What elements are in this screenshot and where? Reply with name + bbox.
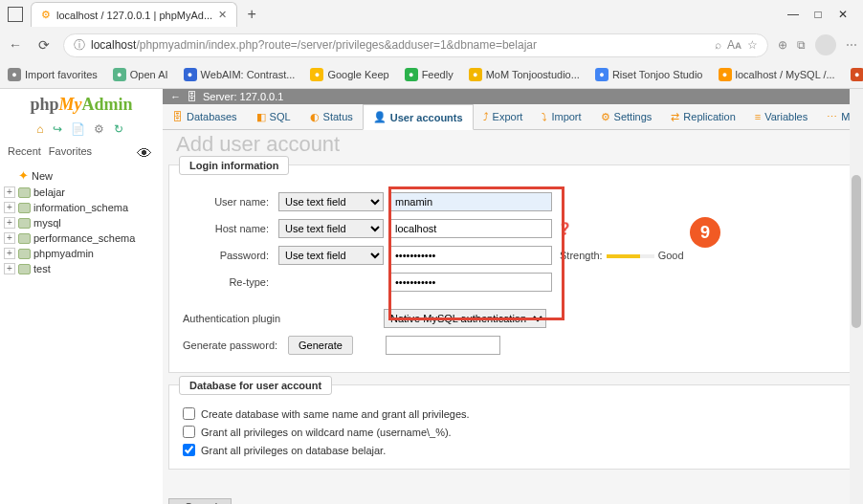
tab-title: localhost / 127.0.0.1 | phpMyAd... xyxy=(56,10,212,21)
docs-icon[interactable]: 📄 xyxy=(71,122,88,136)
bookmark-icon: ● xyxy=(310,68,323,81)
top-tab-import[interactable]: ⤵Import xyxy=(532,104,590,129)
scrollbar[interactable] xyxy=(850,89,863,504)
generated-password-input[interactable] xyxy=(386,336,500,355)
recent-tab[interactable]: Recent xyxy=(8,145,41,157)
nav-back[interactable]: ← xyxy=(6,37,25,53)
addr-reading-icon[interactable]: Aᴀ xyxy=(727,38,741,52)
generate-button[interactable]: Generate xyxy=(288,336,353,355)
username-input[interactable] xyxy=(389,192,552,211)
tab-icon: ⋯ xyxy=(827,111,837,123)
home-icon[interactable]: ⌂ xyxy=(36,122,46,136)
db-option-checkbox[interactable] xyxy=(183,426,195,438)
bookmark-icon: ● xyxy=(719,68,732,81)
bookmark-item[interactable]: ●WebAIM: Contrast... xyxy=(184,68,296,81)
window-maximize[interactable]: □ xyxy=(811,8,825,21)
tree-expand-icon[interactable]: + xyxy=(4,232,15,244)
address-bar[interactable]: ⓘ localhost/phpmyadmin/index.php?route=/… xyxy=(63,33,768,57)
collections-icon[interactable]: ⧉ xyxy=(797,38,806,52)
step-callout: 9 xyxy=(690,217,720,248)
bookmark-item[interactable]: ●Open AI xyxy=(113,68,168,81)
tab-icon: ≡ xyxy=(755,111,761,122)
tree-expand-icon[interactable]: + xyxy=(4,217,15,229)
hostname-input[interactable] xyxy=(389,219,552,238)
db-tree-item[interactable]: +phpmyadmin xyxy=(4,246,159,261)
site-info-icon[interactable]: ⓘ xyxy=(74,37,85,54)
favorites-tab[interactable]: Favorites xyxy=(49,145,92,157)
database-icon xyxy=(18,264,31,274)
password-mode-select[interactable]: Use text field xyxy=(278,246,384,265)
new-db-icon: ✦ xyxy=(18,168,29,183)
db-tree-item[interactable]: +mysql xyxy=(4,215,159,230)
browser-more-icon[interactable]: ⋯ xyxy=(846,38,857,52)
top-tab-replication[interactable]: ⇄Replication xyxy=(661,104,744,129)
top-tab-variables[interactable]: ≡Variables xyxy=(745,104,817,129)
bookmark-item[interactable]: ●localhost / MySQL /... xyxy=(719,68,835,81)
db-option[interactable]: Create database with same name and grant… xyxy=(183,405,843,423)
auth-plugin-select[interactable]: Native MySQL authentication xyxy=(384,309,546,328)
bookmark-item[interactable]: ●Google Keep xyxy=(310,68,388,81)
database-icon xyxy=(18,187,31,198)
logo-toolbar: ⌂ ↪ 📄 ⚙ ↻ xyxy=(0,121,163,142)
retype-input[interactable] xyxy=(389,273,552,292)
nav-reload[interactable]: ⟳ xyxy=(34,37,54,53)
settings-icon[interactable]: ⚙ xyxy=(94,122,107,136)
top-tab-databases[interactable]: 🗄Databases xyxy=(163,104,247,129)
tab-icon: ◧ xyxy=(256,111,266,123)
db-tree-item[interactable]: +test xyxy=(4,261,159,276)
profile-avatar[interactable] xyxy=(815,34,836,55)
tab-icon: ⤵ xyxy=(542,111,547,122)
db-tree-item[interactable]: +performance_schema xyxy=(4,230,159,246)
bookmark-icon: ● xyxy=(851,68,863,81)
top-tab-status[interactable]: ◐Status xyxy=(300,104,363,129)
top-tab-settings[interactable]: ⚙Settings xyxy=(591,104,662,129)
top-tab-sql[interactable]: ◧SQL xyxy=(247,104,300,129)
browser-tab[interactable]: ⚙ localhost / 127.0.0.1 | phpMyAd... ✕ xyxy=(31,2,237,27)
db-option[interactable]: Grant all privileges on database belajar… xyxy=(183,441,843,459)
reload-tree-icon[interactable]: ↻ xyxy=(114,122,126,136)
db-option[interactable]: Grant all privileges on wildcard name (u… xyxy=(183,423,843,441)
new-tab-button[interactable]: + xyxy=(241,4,262,25)
console-toggle[interactable]: ▪ Console xyxy=(168,498,232,504)
tree-expand-icon[interactable]: + xyxy=(4,248,15,259)
db-option-checkbox[interactable] xyxy=(183,444,195,456)
window-minimize[interactable]: — xyxy=(786,8,800,21)
server-breadcrumb[interactable]: 🗄 Server: 127.0.0.1 xyxy=(163,89,863,104)
tab-close-icon[interactable]: ✕ xyxy=(218,9,227,21)
password-input[interactable] xyxy=(389,246,552,265)
retype-label: Re-type: xyxy=(183,276,278,288)
favorites-icon[interactable]: ⊕ xyxy=(778,38,787,52)
bookmark-item[interactable]: ●MoM Tonjoostudio... xyxy=(469,68,580,81)
db-tree-item[interactable]: +information_schema xyxy=(4,200,159,215)
top-tab-export[interactable]: ⤴Export xyxy=(474,104,533,129)
bookmark-item[interactable]: ●Feedly xyxy=(405,68,454,81)
bookmarks-bar: ●Import favorites●Open AI●WebAIM: Contra… xyxy=(0,61,863,88)
window-close[interactable]: ✕ xyxy=(836,8,850,21)
tab-icon: ⇄ xyxy=(671,111,679,123)
db-option-checkbox[interactable] xyxy=(183,407,195,420)
bookmark-icon: ● xyxy=(595,68,609,81)
tree-expand-icon[interactable]: + xyxy=(4,263,15,274)
bookmark-item[interactable]: ●WP Admin xyxy=(851,68,863,81)
tree-new[interactable]: ✦New xyxy=(4,166,159,185)
content-area: 🗄 Server: 127.0.0.1 🗄Databases◧SQL◐Statu… xyxy=(163,89,863,504)
top-tab-user-accounts[interactable]: 👤User accounts xyxy=(363,104,474,130)
bookmark-item[interactable]: ●Import favorites xyxy=(8,68,98,81)
db-tree: ✦New +belajar+information_schema+mysql+p… xyxy=(0,161,163,282)
tree-expand-icon[interactable]: + xyxy=(4,202,15,213)
tree-expand-icon[interactable]: + xyxy=(4,186,15,198)
addr-star-icon[interactable]: ☆ xyxy=(747,38,758,52)
db-tree-item[interactable]: +belajar xyxy=(4,185,159,200)
bookmark-item[interactable]: ●Riset Tonjoo Studio xyxy=(595,68,703,81)
addr-search-icon[interactable]: ⌕ xyxy=(715,38,721,52)
username-label: User name: xyxy=(183,196,278,208)
username-mode-select[interactable]: Use text field xyxy=(278,192,384,211)
pma-logo[interactable]: phpMyAdmin xyxy=(0,89,163,121)
collapse-icon[interactable]: 👁 xyxy=(137,145,152,163)
window-panel-icon[interactable] xyxy=(8,7,23,22)
strength-bar xyxy=(607,254,654,258)
hostname-mode-select[interactable]: Use text field xyxy=(278,219,384,238)
db-user-panel: Database for user account Create databas… xyxy=(168,384,857,470)
logout-icon[interactable]: ↪ xyxy=(53,122,65,136)
help-icon[interactable]: ❓ xyxy=(558,222,572,235)
